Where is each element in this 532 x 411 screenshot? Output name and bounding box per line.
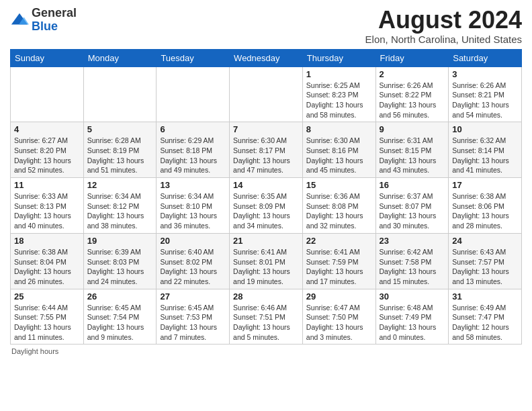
day-number: 27: [160, 291, 226, 302]
calendar-day-cell: 1Sunrise: 6:25 AM Sunset: 8:23 PM Daylig…: [302, 66, 375, 122]
day-info: Sunrise: 6:38 AM Sunset: 8:04 PM Dayligh…: [14, 247, 80, 287]
day-info: Sunrise: 6:26 AM Sunset: 8:21 PM Dayligh…: [452, 81, 518, 120]
calendar-day-cell: 6Sunrise: 6:29 AM Sunset: 8:18 PM Daylig…: [157, 122, 230, 178]
day-number: 26: [87, 291, 153, 302]
page-header: General Blue August 2024 Elon, North Car…: [10, 7, 522, 45]
calendar-header-row: SundayMondayTuesdayWednesdayThursdayFrid…: [11, 49, 522, 66]
day-number: 22: [306, 236, 372, 246]
calendar-day-cell: 21Sunrise: 6:41 AM Sunset: 8:01 PM Dayli…: [230, 233, 303, 289]
day-info: Sunrise: 6:30 AM Sunset: 8:16 PM Dayligh…: [306, 136, 372, 175]
calendar-day-cell: 5Sunrise: 6:28 AM Sunset: 8:19 PM Daylig…: [83, 122, 157, 178]
day-number: 11: [14, 180, 80, 190]
location-subtitle: Elon, North Carolina, United States: [365, 34, 522, 45]
day-number: 25: [14, 291, 80, 302]
calendar-day-cell: 20Sunrise: 6:40 AM Sunset: 8:02 PM Dayli…: [157, 233, 230, 289]
day-number: 20: [160, 236, 226, 246]
day-info: Sunrise: 6:27 AM Sunset: 8:20 PM Dayligh…: [14, 136, 80, 175]
calendar-table: SundayMondayTuesdayWednesdayThursdayFrid…: [10, 49, 522, 345]
calendar-day-header: Sunday: [11, 49, 84, 66]
day-info: Sunrise: 6:45 AM Sunset: 7:54 PM Dayligh…: [87, 303, 153, 342]
logo-icon: [10, 11, 29, 30]
day-info: Sunrise: 6:41 AM Sunset: 8:01 PM Dayligh…: [233, 247, 299, 287]
calendar-day-cell: 23Sunrise: 6:42 AM Sunset: 7:58 PM Dayli…: [375, 233, 449, 289]
day-info: Sunrise: 6:44 AM Sunset: 7:55 PM Dayligh…: [14, 303, 80, 342]
day-info: Sunrise: 6:28 AM Sunset: 8:19 PM Dayligh…: [87, 136, 153, 175]
calendar-day-cell: 3Sunrise: 6:26 AM Sunset: 8:21 PM Daylig…: [449, 66, 522, 122]
calendar-day-cell: 7Sunrise: 6:30 AM Sunset: 8:17 PM Daylig…: [230, 122, 303, 178]
day-number: 23: [380, 236, 445, 246]
day-info: Sunrise: 6:29 AM Sunset: 8:18 PM Dayligh…: [160, 136, 226, 175]
calendar-day-cell: 4Sunrise: 6:27 AM Sunset: 8:20 PM Daylig…: [11, 122, 84, 178]
day-info: Sunrise: 6:41 AM Sunset: 7:59 PM Dayligh…: [306, 247, 372, 287]
month-title: August 2024: [365, 7, 522, 34]
day-number: 16: [380, 180, 445, 190]
calendar-day-cell: 14Sunrise: 6:35 AM Sunset: 8:09 PM Dayli…: [230, 178, 303, 234]
calendar-week-row: 25Sunrise: 6:44 AM Sunset: 7:55 PM Dayli…: [11, 289, 522, 345]
calendar-day-header: Wednesday: [230, 49, 303, 66]
day-info: Sunrise: 6:40 AM Sunset: 8:02 PM Dayligh…: [160, 247, 226, 287]
calendar-day-cell: 11Sunrise: 6:33 AM Sunset: 8:13 PM Dayli…: [11, 178, 84, 234]
day-info: Sunrise: 6:36 AM Sunset: 8:08 PM Dayligh…: [306, 191, 372, 231]
calendar-week-row: 4Sunrise: 6:27 AM Sunset: 8:20 PM Daylig…: [11, 122, 522, 178]
calendar-day-cell: 24Sunrise: 6:43 AM Sunset: 7:57 PM Dayli…: [449, 233, 522, 289]
calendar-day-cell: 25Sunrise: 6:44 AM Sunset: 7:55 PM Dayli…: [11, 289, 84, 345]
day-number: 2: [380, 69, 445, 79]
day-info: Sunrise: 6:45 AM Sunset: 7:53 PM Dayligh…: [160, 303, 226, 342]
calendar-day-cell: 8Sunrise: 6:30 AM Sunset: 8:16 PM Daylig…: [302, 122, 375, 178]
calendar-day-header: Friday: [375, 49, 449, 66]
calendar-day-cell: 28Sunrise: 6:46 AM Sunset: 7:51 PM Dayli…: [230, 289, 303, 345]
calendar-day-header: Thursday: [302, 49, 375, 66]
calendar-day-cell: 15Sunrise: 6:36 AM Sunset: 8:08 PM Dayli…: [302, 178, 375, 234]
calendar-day-cell: 17Sunrise: 6:38 AM Sunset: 8:06 PM Dayli…: [449, 178, 522, 234]
day-info: Sunrise: 6:26 AM Sunset: 8:22 PM Dayligh…: [380, 81, 445, 120]
day-info: Sunrise: 6:43 AM Sunset: 7:57 PM Dayligh…: [452, 247, 518, 287]
calendar-day-cell: 9Sunrise: 6:31 AM Sunset: 8:15 PM Daylig…: [375, 122, 449, 178]
day-number: 24: [452, 236, 518, 246]
day-number: 15: [306, 180, 372, 190]
calendar-day-cell: 12Sunrise: 6:34 AM Sunset: 8:12 PM Dayli…: [83, 178, 157, 234]
day-info: Sunrise: 6:39 AM Sunset: 8:03 PM Dayligh…: [87, 247, 153, 287]
day-number: 4: [14, 124, 80, 134]
day-number: 14: [233, 180, 299, 190]
calendar-day-cell: [157, 66, 230, 122]
calendar-day-header: Saturday: [449, 49, 522, 66]
calendar-week-row: 18Sunrise: 6:38 AM Sunset: 8:04 PM Dayli…: [11, 233, 522, 289]
day-number: 17: [452, 180, 518, 190]
calendar-day-cell: [11, 66, 84, 122]
day-number: 5: [87, 124, 153, 134]
day-info: Sunrise: 6:31 AM Sunset: 8:15 PM Dayligh…: [380, 136, 445, 175]
day-info: Sunrise: 6:32 AM Sunset: 8:14 PM Dayligh…: [452, 136, 518, 175]
day-number: 30: [380, 291, 445, 302]
day-info: Sunrise: 6:34 AM Sunset: 8:10 PM Dayligh…: [160, 191, 226, 231]
footer-note: Daylight hours: [10, 347, 522, 355]
day-info: Sunrise: 6:37 AM Sunset: 8:07 PM Dayligh…: [380, 191, 445, 231]
calendar-day-cell: 2Sunrise: 6:26 AM Sunset: 8:22 PM Daylig…: [375, 66, 449, 122]
calendar-week-row: 1Sunrise: 6:25 AM Sunset: 8:23 PM Daylig…: [11, 66, 522, 122]
day-number: 12: [87, 180, 153, 190]
day-number: 31: [452, 291, 518, 302]
calendar-day-cell: 16Sunrise: 6:37 AM Sunset: 8:07 PM Dayli…: [375, 178, 449, 234]
day-info: Sunrise: 6:47 AM Sunset: 7:50 PM Dayligh…: [306, 303, 372, 342]
calendar-day-header: Monday: [83, 49, 157, 66]
day-info: Sunrise: 6:48 AM Sunset: 7:49 PM Dayligh…: [380, 303, 445, 342]
day-info: Sunrise: 6:46 AM Sunset: 7:51 PM Dayligh…: [233, 303, 299, 342]
day-number: 6: [160, 124, 226, 134]
day-number: 13: [160, 180, 226, 190]
day-number: 29: [306, 291, 372, 302]
title-block: August 2024 Elon, North Carolina, United…: [365, 7, 522, 45]
day-info: Sunrise: 6:38 AM Sunset: 8:06 PM Dayligh…: [452, 191, 518, 231]
calendar-day-header: Tuesday: [157, 49, 230, 66]
day-number: 19: [87, 236, 153, 246]
calendar-day-cell: 26Sunrise: 6:45 AM Sunset: 7:54 PM Dayli…: [83, 289, 157, 345]
day-number: 10: [452, 124, 518, 134]
day-info: Sunrise: 6:30 AM Sunset: 8:17 PM Dayligh…: [233, 136, 299, 175]
calendar-day-cell: 29Sunrise: 6:47 AM Sunset: 7:50 PM Dayli…: [302, 289, 375, 345]
day-info: Sunrise: 6:35 AM Sunset: 8:09 PM Dayligh…: [233, 191, 299, 231]
calendar-day-cell: 30Sunrise: 6:48 AM Sunset: 7:49 PM Dayli…: [375, 289, 449, 345]
logo: General Blue: [10, 7, 77, 34]
day-number: 7: [233, 124, 299, 134]
logo-text: General Blue: [32, 7, 77, 34]
day-info: Sunrise: 6:49 AM Sunset: 7:47 PM Dayligh…: [452, 303, 518, 342]
calendar-day-cell: 10Sunrise: 6:32 AM Sunset: 8:14 PM Dayli…: [449, 122, 522, 178]
day-number: 9: [380, 124, 445, 134]
